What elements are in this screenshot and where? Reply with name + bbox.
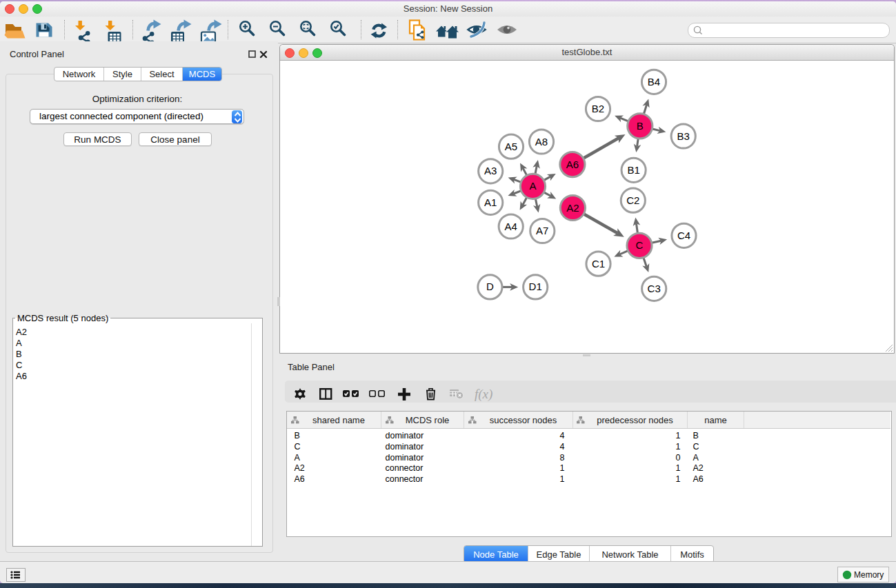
svg-text:B: B [637, 120, 644, 132]
svg-text:A6: A6 [566, 159, 579, 170]
svg-text:A: A [529, 180, 536, 192]
svg-text:C2: C2 [626, 194, 639, 206]
svg-text:B2: B2 [592, 103, 604, 114]
svg-text:C: C [636, 239, 644, 251]
svg-text:B1: B1 [627, 164, 639, 176]
svg-text:B3: B3 [677, 130, 690, 142]
svg-text:A7: A7 [536, 225, 548, 236]
svg-text:D: D [486, 281, 494, 292]
svg-text:C4: C4 [677, 230, 690, 241]
svg-text:D1: D1 [529, 281, 542, 292]
svg-text:B4: B4 [648, 76, 660, 88]
svg-text:A8: A8 [535, 136, 548, 148]
svg-text:C3: C3 [648, 283, 661, 294]
svg-text:A3: A3 [484, 165, 497, 176]
svg-text:A5: A5 [505, 141, 517, 152]
svg-text:A2: A2 [566, 202, 579, 214]
svg-text:C1: C1 [592, 258, 605, 270]
svg-text:A1: A1 [484, 196, 497, 208]
svg-text:A4: A4 [505, 221, 517, 232]
